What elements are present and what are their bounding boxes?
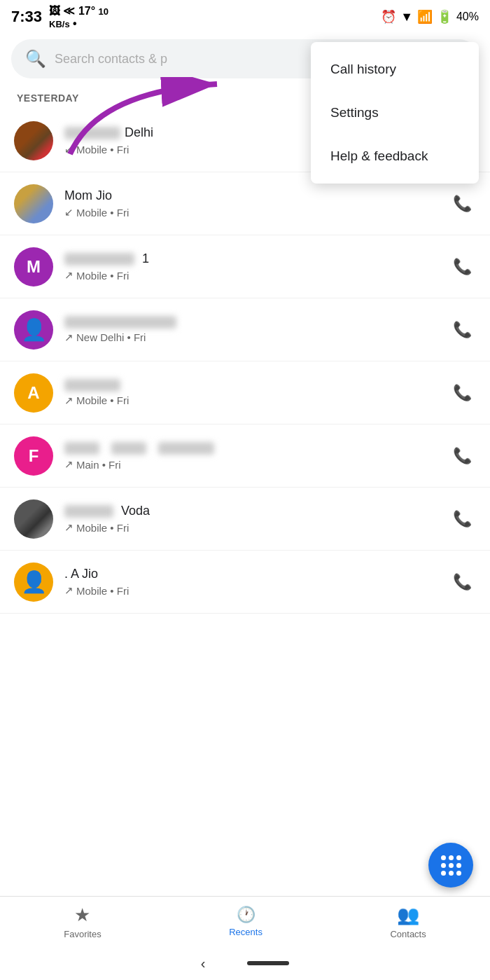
call-info: . A Jio ↗ Mobile • Fri <box>64 567 448 597</box>
system-nav-bar: ‹ <box>0 946 490 980</box>
call-direction-icon: ↗ <box>64 269 74 282</box>
status-bar: 7:33 🖼 ≪ 17° 10KB/s • ⏰ ▼ 📶 🔋 40% <box>0 0 490 34</box>
name-blurred <box>64 505 113 518</box>
avatar: 👤 <box>14 563 53 602</box>
signal-icon: 📶 <box>417 9 433 25</box>
contact-name <box>64 379 448 392</box>
name-blurred-2 <box>111 442 146 455</box>
call-item[interactable]: A ↗ Mobile • Fri 📞 <box>0 361 490 425</box>
home-indicator[interactable] <box>247 961 289 965</box>
nav-recents[interactable]: 🕐 Recents <box>229 906 262 937</box>
call-direction-icon: ↙ <box>64 143 74 156</box>
call-detail: ↗ New Delhi • Fri <box>64 331 448 344</box>
call-detail: ↗ Mobile • Fri <box>64 394 448 407</box>
name-blurred-3 <box>158 442 214 455</box>
back-button[interactable]: ‹ <box>201 955 206 972</box>
status-time: 7:33 🖼 ≪ 17° 10KB/s • <box>11 4 108 30</box>
nav-contacts-label: Contacts <box>390 929 426 939</box>
call-button[interactable]: 📞 <box>448 379 476 407</box>
bottom-navigation: ★ Favorites 🕐 Recents 👥 Contacts <box>0 896 490 946</box>
avatar: A <box>14 373 53 413</box>
name-blurred <box>64 316 176 329</box>
call-detail: ↗ Mobile • Fri <box>64 521 448 534</box>
call-item[interactable]: F ↗ Main • Fri 📞 <box>0 425 490 488</box>
menu-item-call-history[interactable]: Call history <box>311 48 479 91</box>
call-info: 1 ↗ Mobile • Fri <box>64 251 448 282</box>
battery-icon: 🔋 <box>437 9 452 25</box>
call-direction-icon: ↗ <box>64 521 74 534</box>
call-button[interactable]: 📞 <box>448 568 476 596</box>
name-blurred <box>64 127 120 139</box>
call-button[interactable]: 📞 <box>448 316 476 344</box>
contact-name: Voda <box>64 504 448 518</box>
call-item[interactable]: M 1 ↗ Mobile • Fri 📞 <box>0 235 490 298</box>
call-detail: ↗ Mobile • Fri <box>64 269 448 282</box>
contact-name: 1 <box>64 251 448 266</box>
menu-item-settings[interactable]: Settings <box>311 91 479 134</box>
call-detail: ↗ Mobile • Fri <box>64 584 448 597</box>
call-item[interactable]: 👤 ↗ New Delhi • Fri 📞 <box>0 298 490 361</box>
status-right-icons: ⏰ ▼ 📶 🔋 40% <box>381 9 479 25</box>
name-blurred <box>64 253 134 265</box>
avatar <box>14 121 53 160</box>
name-blurred-1 <box>64 442 99 455</box>
search-placeholder: Search contacts & p <box>55 52 167 67</box>
alarm-icon: ⏰ <box>381 9 396 25</box>
menu-item-help-feedback[interactable]: Help & feedback <box>311 134 479 178</box>
name-blurred <box>64 379 120 392</box>
contact-name: . A Jio <box>64 567 448 581</box>
call-info: Voda ↗ Mobile • Fri <box>64 504 448 534</box>
nav-contacts[interactable]: 👥 Contacts <box>390 904 426 939</box>
call-item[interactable]: Voda ↗ Mobile • Fri 📞 <box>0 488 490 551</box>
call-button[interactable]: 📞 <box>448 253 476 281</box>
call-button[interactable]: 📞 <box>448 505 476 533</box>
avatar: M <box>14 247 53 287</box>
contact-name <box>64 316 448 329</box>
nav-recents-label: Recents <box>229 927 262 937</box>
nav-favorites[interactable]: ★ Favorites <box>64 904 101 939</box>
call-item[interactable]: 👤 . A Jio ↗ Mobile • Fri 📞 <box>0 551 490 614</box>
contacts-icon: 👥 <box>397 904 419 926</box>
battery-percent: 40% <box>456 11 479 23</box>
call-direction-icon: ↗ <box>64 584 74 597</box>
call-direction-icon: ↗ <box>64 394 74 407</box>
call-detail: ↙ Mobile • Fri <box>64 206 448 219</box>
recents-icon: 🕐 <box>237 906 255 924</box>
call-info: Mom Jio ↙ Mobile • Fri <box>64 188 448 219</box>
wifi-icon: ▼ <box>400 10 413 25</box>
contact-name: Mom Jio <box>64 188 448 203</box>
favorites-icon: ★ <box>74 904 90 926</box>
avatar <box>14 184 53 223</box>
call-info: ↗ New Delhi • Fri <box>64 316 448 344</box>
avatar: 👤 <box>14 310 53 350</box>
fab-dialpad[interactable] <box>428 843 473 888</box>
nav-favorites-label: Favorites <box>64 929 101 939</box>
notification-icons: 🖼 ≪ 17° 10KB/s • <box>49 4 108 30</box>
call-direction-icon: ↗ <box>64 458 74 471</box>
avatar <box>14 499 53 539</box>
avatar: F <box>14 436 53 476</box>
call-button[interactable]: 📞 <box>448 442 476 470</box>
call-direction-icon: ↙ <box>64 206 74 219</box>
call-direction-icon: ↗ <box>64 331 74 344</box>
call-button[interactable]: 📞 <box>448 190 476 218</box>
call-info: ↗ Main • Fri <box>64 441 448 471</box>
search-icon: 🔍 <box>25 49 46 69</box>
call-info: ↗ Mobile • Fri <box>64 379 448 407</box>
dropdown-menu: Call history Settings Help & feedback <box>311 42 479 184</box>
time: 7:33 <box>11 8 42 26</box>
call-detail: ↗ Main • Fri <box>64 458 448 471</box>
contact-name <box>64 441 448 455</box>
